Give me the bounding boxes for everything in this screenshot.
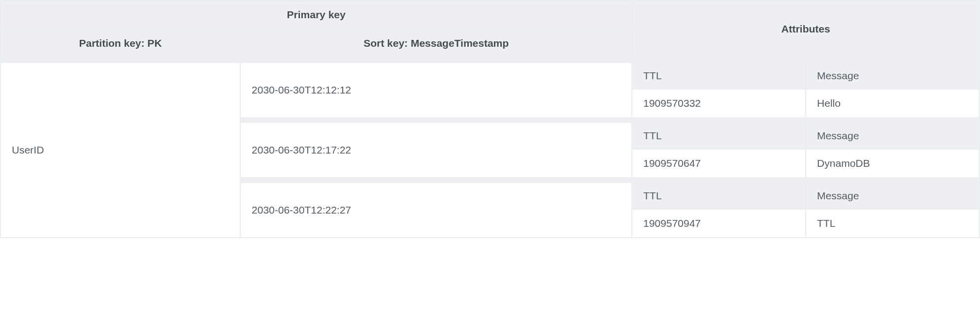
dynamodb-table: Primary key Attributes Partition key: PK… <box>0 0 980 238</box>
partition-key-cell: UserID <box>0 62 240 238</box>
primary-key-header: Primary key <box>0 0 632 29</box>
attr-value-cell: 1909570947 <box>632 209 806 238</box>
sort-key-cell: 2030-06-30T12:12:12 <box>240 62 632 118</box>
attr-value-cell: 1909570647 <box>632 149 806 178</box>
attr-value-cell: DynamoDB <box>806 149 980 178</box>
row-gap <box>0 58 980 62</box>
sort-key-header: Sort key: MessageTimestamp <box>240 29 632 58</box>
attr-header-cell: TTL <box>632 123 806 149</box>
sort-key-cell: 2030-06-30T12:17:22 <box>240 123 632 178</box>
data-table: Primary key Attributes Partition key: PK… <box>0 0 980 238</box>
attr-value-cell: Hello <box>806 89 980 118</box>
attr-value-cell: TTL <box>806 209 980 238</box>
attr-header-cell: TTL <box>632 62 806 89</box>
attr-header-cell: Message <box>806 123 980 149</box>
attr-header-cell: TTL <box>632 183 806 209</box>
table-row: UserID 2030-06-30T12:12:12 TTL Message <box>0 62 980 89</box>
partition-key-header: Partition key: PK <box>0 29 240 58</box>
sort-key-cell: 2030-06-30T12:22:27 <box>240 183 632 238</box>
attr-header-cell: Message <box>806 183 980 209</box>
header-row-1: Primary key Attributes <box>0 0 980 29</box>
attributes-header: Attributes <box>632 0 980 58</box>
attr-value-cell: 1909570332 <box>632 89 806 118</box>
attr-header-cell: Message <box>806 62 980 89</box>
